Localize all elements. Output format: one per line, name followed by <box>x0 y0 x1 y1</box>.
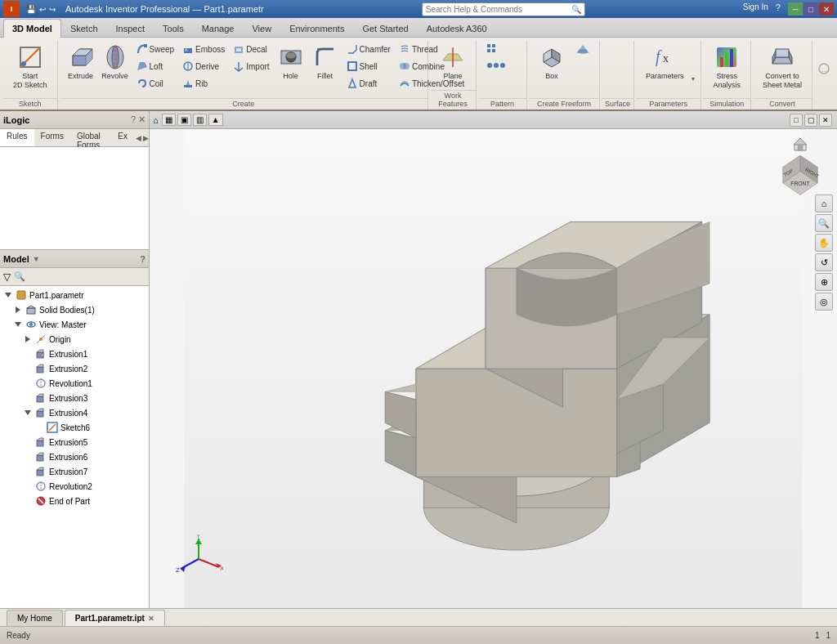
parameters-button[interactable]: f x Parameters <box>641 41 689 84</box>
view-icon <box>25 319 37 330</box>
tab-3dmodel[interactable]: 3D Model <box>3 19 61 38</box>
stress-analysis-button[interactable]: StressAnalysis <box>708 41 745 93</box>
viewport-ctrl-close[interactable]: ✕ <box>819 114 832 127</box>
tree-item[interactable]: Revolution1 <box>2 376 147 391</box>
part-icon <box>16 289 27 301</box>
tab-my-home[interactable]: My Home <box>7 610 63 626</box>
tab-inspect[interactable]: Inspect <box>107 19 154 37</box>
shell-button[interactable]: Shell <box>343 58 394 74</box>
rib-button[interactable]: Rib <box>179 75 228 92</box>
zoom-button[interactable]: 🔍 <box>815 214 833 232</box>
ilogic-tab-rules[interactable]: Rules <box>0 129 34 146</box>
ribbon-group-convert: Convert toSheet Metal Convert <box>753 41 812 110</box>
tree-item[interactable]: Extrusion3 <box>2 391 147 405</box>
derive-button[interactable]: Derive <box>179 58 228 74</box>
draft-button[interactable]: Draft <box>343 75 394 92</box>
plane-button[interactable]: Plane <box>435 41 471 84</box>
start-2d-sketch-button[interactable]: Start2D Sketch <box>8 41 52 93</box>
tab-part1[interactable]: Part1.parametr.ipt ✕ <box>65 610 165 626</box>
ilogic-tab-ex[interactable]: Ex <box>111 129 134 146</box>
tab-view[interactable]: View <box>243 19 280 37</box>
pan-button[interactable]: ✋ <box>815 234 833 252</box>
ilogic-scroll-left[interactable]: ◀ <box>136 134 141 142</box>
coil-button[interactable]: Coil <box>133 75 178 92</box>
maximize-button[interactable]: □ <box>803 2 818 16</box>
ilogic-scroll-right[interactable]: ▶ <box>143 134 149 142</box>
tab-getstarted[interactable]: Get Started <box>353 19 417 37</box>
tree-label: Extrusion2 <box>49 364 87 373</box>
emboss-button[interactable]: A Emboss <box>179 41 228 57</box>
decal-button[interactable]: Decal <box>230 41 272 57</box>
tree-item[interactable]: Solid Bodies(1) <box>2 302 147 317</box>
loft-button[interactable]: Loft <box>133 58 178 74</box>
svg-marker-83 <box>37 467 43 470</box>
sign-in[interactable]: Sign In <box>743 2 768 16</box>
viewport[interactable]: ⌂ ▦ ▣ ▥ ▲ □ ▢ ✕ <box>150 111 837 608</box>
status-text: Ready <box>7 631 30 640</box>
freeform-more[interactable] <box>571 41 594 57</box>
tab-environments[interactable]: Environments <box>280 19 353 37</box>
extrude-button[interactable]: Extrude <box>65 41 97 84</box>
ilogic-tab-globalforms[interactable]: Global Forms <box>70 129 111 146</box>
zoom-all-button[interactable]: ⌂ <box>815 195 833 212</box>
search-input[interactable] <box>426 5 571 14</box>
extrusion-icon <box>35 436 47 448</box>
close-button[interactable]: ✕ <box>819 2 834 16</box>
tree-item[interactable]: Extrusion2 <box>2 361 147 376</box>
tree-item[interactable]: Origin <box>2 332 147 347</box>
vp-icon2[interactable]: ▣ <box>177 114 191 126</box>
svg-rect-50 <box>776 49 789 57</box>
tree-item[interactable]: Extrusion7 <box>2 464 147 479</box>
vp-icon4[interactable]: ▲ <box>208 114 223 126</box>
tab-manage[interactable]: Manage <box>193 19 244 37</box>
model-dropdown-arrow[interactable]: ▼ <box>33 255 40 263</box>
tab-a360[interactable]: Autodesk A360 <box>418 19 496 37</box>
import-button[interactable]: Import <box>230 58 272 74</box>
quick-save[interactable]: 💾 <box>26 5 36 14</box>
pattern-btn1[interactable] <box>483 42 501 56</box>
tab-close-btn[interactable]: ✕ <box>148 615 154 623</box>
ilogic-help-btn[interactable]: ? <box>131 114 136 125</box>
tree-item[interactable]: Extrusion6 <box>2 449 147 464</box>
vp-icon1[interactable]: ▦ <box>162 114 176 126</box>
chamfer-button[interactable]: Chamfer <box>343 41 394 57</box>
viewport-ctrl-max[interactable]: ▢ <box>804 114 817 127</box>
revolve-button[interactable]: Revolve <box>99 41 132 84</box>
tab-tools[interactable]: Tools <box>154 19 193 37</box>
sweep-button[interactable]: Sweep <box>133 41 178 57</box>
tree-item-end-of-part[interactable]: End of Part <box>2 494 147 508</box>
tree-item[interactable]: View: Master <box>2 317 147 332</box>
quick-undo[interactable]: ↩ <box>39 5 46 14</box>
tab-sketch[interactable]: Sketch <box>61 19 107 37</box>
home-button[interactable] <box>793 137 808 152</box>
tree-item[interactable]: Sketch6 <box>2 420 147 435</box>
rotate-button[interactable]: ↺ <box>815 253 833 271</box>
parameters-dropdown[interactable]: ▼ <box>691 76 696 82</box>
fillet-button[interactable]: Fillet <box>309 41 342 84</box>
tree-item[interactable]: Extrusion5 <box>2 435 147 449</box>
viewport-nav-home[interactable]: ⌂ <box>153 115 159 125</box>
ilogic-tab-forms[interactable]: Forms <box>34 129 70 146</box>
ribbon-options-button[interactable]: ... <box>814 60 834 77</box>
tree-item[interactable]: Extrusion4 <box>2 405 147 420</box>
model-search-btn[interactable]: 🔍 <box>14 271 25 282</box>
tree-expand-icon <box>23 408 33 418</box>
tree-item[interactable]: Part1.parametr <box>2 288 147 302</box>
quick-redo[interactable]: ↪ <box>49 5 56 14</box>
vp-icon3[interactable]: ▥ <box>193 114 207 126</box>
model-filter-btn[interactable]: ▽ <box>3 271 11 283</box>
look-at-button[interactable]: ◎ <box>815 293 833 311</box>
help-btn[interactable]: ? <box>776 2 781 16</box>
viewport-ctrl-restore[interactable]: □ <box>790 114 803 127</box>
convert-sheet-metal-button[interactable]: Convert toSheet Metal <box>758 41 807 93</box>
ilogic-close-btn[interactable]: ✕ <box>138 114 145 125</box>
model-help-btn[interactable]: ? <box>140 254 145 264</box>
tree-item[interactable]: Revolution2 <box>2 479 147 494</box>
pattern-btn2[interactable] <box>483 59 509 72</box>
hole-button[interactable]: Hole <box>275 41 307 84</box>
tree-item[interactable]: Extrusion1 <box>2 347 147 361</box>
start-2d-sketch-label: Start2D Sketch <box>13 72 47 90</box>
box-button[interactable]: Box <box>534 41 570 84</box>
orbit-button[interactable]: ⊕ <box>815 273 833 291</box>
minimize-button[interactable]: ─ <box>788 2 803 16</box>
